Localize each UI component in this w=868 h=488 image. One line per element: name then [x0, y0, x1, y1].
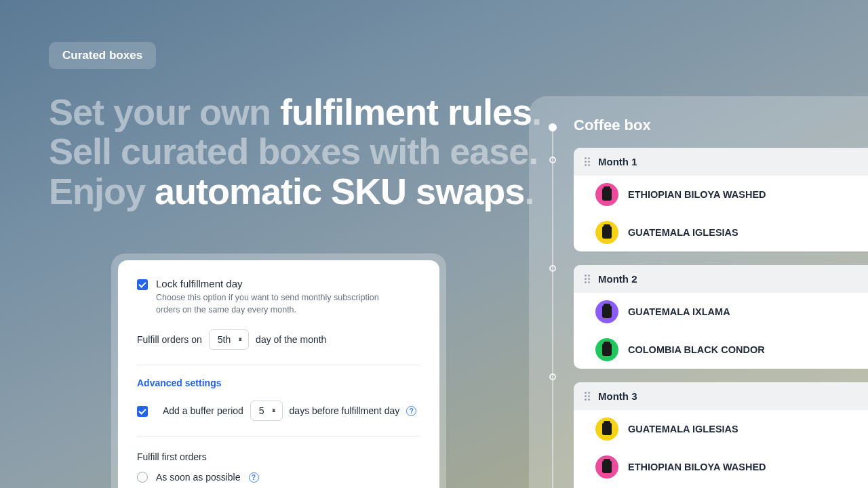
timeline-dot [549, 265, 556, 272]
product-swatch [595, 183, 618, 206]
month-label: Month 1 [598, 156, 637, 167]
product-name: GUATEMALA IGLESIAS [628, 424, 738, 434]
radio-asap[interactable] [137, 472, 148, 483]
fulfill-prefix: Fulfill orders on [137, 334, 202, 345]
month-header[interactable]: Month 1 [574, 148, 868, 176]
radio-asap-label: As soon as possible [156, 472, 241, 483]
product-swatch [595, 221, 618, 244]
category-pill: Curated boxes [49, 42, 156, 69]
product-name: GUATEMALA IGLESIAS [628, 227, 738, 238]
divider [137, 365, 420, 365]
divider [137, 436, 420, 436]
drag-handle-icon[interactable] [585, 157, 590, 166]
panel-title: Coffee box [574, 117, 868, 134]
lock-fulfillment-label: Lock fulfillment day [156, 278, 387, 289]
first-orders-title: Fulfill first orders [137, 451, 420, 462]
coffee-bag-icon [602, 306, 612, 318]
buffer-suffix: days before fulfillment day [290, 405, 400, 416]
settings-card-frame: Lock fulfillment day Choose this option … [111, 253, 446, 488]
headline-dim: Enjoy [49, 171, 155, 211]
month-label: Month 3 [598, 390, 637, 402]
drag-handle-icon[interactable] [585, 274, 590, 283]
timeline-line [552, 123, 553, 488]
month-header[interactable]: Month 2 [574, 265, 868, 293]
lock-fulfillment-checkbox[interactable] [137, 279, 148, 290]
help-icon[interactable]: ? [249, 472, 259, 483]
coffee-bag-icon [602, 461, 612, 473]
timeline-dot [549, 373, 556, 380]
coffee-bag-icon [602, 226, 612, 239]
buffer-label: Add a buffer period [163, 405, 243, 416]
product-row[interactable]: ETHIOPIAN BILOYA WASHED [574, 176, 868, 214]
fulfill-day-stepper[interactable]: 5th ▲▼ [209, 329, 249, 350]
headline-bright: automatic SKU swaps [155, 171, 524, 211]
buffer-checkbox[interactable] [137, 406, 148, 417]
month-block: Month 3GUATEMALA IGLESIASETHIOPIAN BILOY… [574, 382, 868, 488]
buffer-days-value: 5 [259, 405, 264, 416]
product-name: GUATEMALA IXLAMA [628, 306, 730, 317]
product-name: ETHIOPIAN BILOYA WASHED [628, 462, 766, 472]
product-swatch [595, 418, 618, 441]
buffer-days-stepper[interactable]: 5 ▲▼ [250, 401, 283, 421]
product-row[interactable]: GUATEMALA IXLAMA [574, 293, 868, 331]
fulfill-suffix: day of the month [256, 334, 326, 345]
coffee-bag-icon [602, 344, 612, 356]
help-icon[interactable]: ? [406, 406, 416, 416]
headline-dim: Sell curated boxes with ease. [49, 131, 538, 171]
coffee-bag-icon [602, 423, 612, 435]
coffee-box-panel: Coffee box Month 1ETHIOPIAN BILOYA WASHE… [529, 96, 868, 488]
coffee-bag-icon [602, 188, 612, 201]
timeline-dot [549, 157, 556, 163]
advanced-settings-link[interactable]: Advanced settings [137, 378, 420, 388]
month-block: Month 2GUATEMALA IXLAMACOLOMBIA BLACK CO… [574, 265, 868, 369]
product-row[interactable]: GUATEMALA IGLESIAS [574, 410, 868, 448]
product-swatch [595, 455, 618, 479]
headline-bright: fulfilment rules [280, 92, 532, 132]
product-row[interactable]: ETHIOPIAN BILOYA WASHED [574, 448, 868, 486]
lock-fulfillment-description: Choose this option if you want to send m… [156, 292, 387, 316]
product-name: ETHIOPIAN BILOYA WASHED [628, 189, 766, 200]
fulfill-day-value: 5th [218, 334, 231, 345]
product-row[interactable]: GUATEMALA IGLESIAS [574, 214, 868, 251]
month-label: Month 2 [598, 273, 637, 285]
headline-dim: Set your own [49, 92, 280, 132]
settings-card: Lock fulfillment day Choose this option … [118, 260, 439, 488]
product-row[interactable]: COLOMBIA BLACK CONDOR [574, 331, 868, 369]
month-header[interactable]: Month 3 [574, 382, 868, 410]
timeline-dot [549, 123, 557, 131]
product-name: COLOMBIA BLACK CONDOR [628, 344, 765, 355]
product-swatch [595, 300, 618, 323]
drag-handle-icon[interactable] [585, 392, 590, 401]
product-swatch [595, 338, 618, 361]
month-block: Month 1ETHIOPIAN BILOYA WASHEDGUATEMALA … [574, 148, 868, 251]
